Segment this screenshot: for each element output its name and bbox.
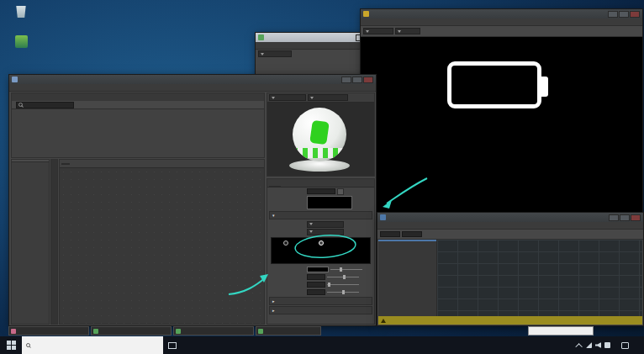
node-editor-tab-row	[60, 160, 264, 168]
battery-cell-1	[456, 70, 472, 100]
geometry-dropdown[interactable]	[308, 94, 348, 101]
hsv-color-noise-section[interactable]: ▸	[269, 297, 372, 305]
selected-position-field[interactable]	[307, 274, 325, 280]
hypershade-window-buttons	[341, 77, 373, 83]
ramp-handle-selected[interactable]	[319, 240, 324, 246]
taskbar-tooltip	[528, 326, 594, 336]
node-editor-tab[interactable]	[61, 163, 70, 165]
menu-set-dropdown[interactable]	[258, 50, 292, 57]
noise-field[interactable]	[307, 282, 325, 288]
graph-editor-title-bar[interactable]	[377, 213, 643, 222]
browser-toolbar	[12, 101, 264, 109]
search-input[interactable]	[24, 103, 71, 107]
outliner-item[interactable]	[378, 241, 436, 243]
section-arrow-icon: ▾	[272, 213, 275, 218]
close-button[interactable]	[363, 77, 373, 83]
property-editor-panel: ▾	[267, 178, 375, 325]
taskbar-spacer	[182, 336, 573, 354]
property-tab-opacityramp[interactable]	[269, 186, 281, 187]
noise-slider[interactable]	[327, 284, 359, 285]
task-view-icon	[168, 342, 177, 349]
property-tab-row	[267, 179, 374, 188]
ramp-handle[interactable]	[283, 240, 288, 246]
hypershade-title-bar[interactable]	[9, 75, 376, 84]
ramp-attributes-section[interactable]: ▾	[269, 211, 372, 219]
system-tray	[573, 336, 644, 354]
graph-editor-window-buttons	[609, 214, 641, 221]
noise-freq-slider[interactable]	[327, 292, 359, 293]
network-icon[interactable]	[586, 342, 592, 348]
close-button[interactable]	[630, 11, 640, 18]
warning-bar	[378, 316, 642, 325]
volume-icon[interactable]	[595, 342, 601, 348]
presets-button[interactable]	[337, 188, 344, 195]
graph-curve-area[interactable]	[437, 240, 642, 316]
tray-expand-icon[interactable]	[575, 343, 582, 350]
shader-ball	[293, 108, 346, 161]
desktop: ▾	[0, 0, 644, 354]
desktop-icon-maya-2018[interactable]	[3, 35, 39, 49]
node-wires	[60, 168, 264, 325]
interpolation-dropdown[interactable]	[307, 229, 344, 235]
ramp-preview[interactable]	[271, 237, 371, 264]
battery-render	[447, 61, 541, 108]
noise-freq-field[interactable]	[307, 289, 325, 295]
type-dropdown[interactable]	[307, 221, 344, 228]
browser-search[interactable]	[16, 102, 74, 108]
graph-editor-window-icon	[380, 214, 386, 220]
shader-ball-preview	[267, 103, 374, 177]
selected-position-slider[interactable]	[327, 277, 359, 277]
minimize-button[interactable]	[608, 11, 618, 18]
maximize-button[interactable]	[619, 11, 629, 18]
slider-knob	[343, 275, 346, 279]
create-panel	[11, 159, 50, 325]
action-center-button[interactable]	[617, 342, 632, 349]
close-button[interactable]	[631, 214, 641, 221]
warning-icon	[381, 319, 386, 323]
browser-tabs	[12, 93, 264, 101]
section-arrow-icon: ▸	[272, 308, 275, 313]
battery-cell-4	[517, 70, 533, 100]
graph-editor-toolbar	[377, 230, 643, 240]
start-button[interactable]	[0, 336, 22, 354]
recycle-bin-icon	[15, 4, 28, 18]
taskbar	[0, 336, 644, 354]
minimize-button[interactable]	[609, 214, 619, 221]
desktop-icon-recycle-bin[interactable]	[3, 4, 39, 18]
value-field[interactable]	[402, 231, 422, 237]
maya-file-icon	[258, 329, 263, 334]
taskbar-search[interactable]	[22, 336, 163, 354]
windows-logo-icon	[7, 341, 16, 350]
maximize-button[interactable]	[620, 214, 630, 221]
minimized-window-swang1-rig2[interactable]	[256, 326, 321, 336]
ramp-name-row	[267, 188, 374, 195]
renderer-dropdown[interactable]	[269, 94, 306, 101]
shader-ball-green-patch	[309, 120, 330, 145]
minimize-button[interactable]	[341, 77, 351, 83]
minimized-window-swang1-v05[interactable]	[173, 326, 254, 336]
aov-dropdown[interactable]	[363, 28, 393, 34]
arnold-toolbar	[361, 26, 642, 37]
frame-field[interactable]	[380, 231, 400, 237]
arnold-title-bar[interactable]	[361, 9, 642, 18]
hypershade-side-toolbar	[50, 159, 58, 325]
color-balance-section[interactable]: ▸	[269, 306, 372, 314]
material-browser-panel	[11, 92, 265, 158]
shield-icon[interactable]	[604, 342, 610, 348]
texture-sample-row	[267, 195, 374, 210]
section-arrow-icon: ▸	[272, 299, 275, 304]
maximize-button[interactable]	[352, 77, 362, 83]
taskbar-search-input[interactable]	[33, 343, 142, 348]
node-canvas[interactable]	[60, 168, 264, 325]
selected-color-slider[interactable]	[330, 269, 362, 270]
minimized-window-swang1-rig[interactable]	[91, 326, 172, 336]
camera-dropdown[interactable]	[395, 28, 420, 34]
maya-file-icon	[176, 329, 181, 334]
ramp-name-field[interactable]	[307, 188, 335, 194]
task-view-button[interactable]	[163, 336, 182, 354]
selected-color-swatch[interactable]	[307, 267, 329, 272]
image-file-icon	[11, 329, 16, 334]
minimized-window-battery-jpg[interactable]	[8, 326, 89, 336]
battery-terminal	[541, 77, 548, 97]
graph-editor-window	[377, 212, 644, 326]
